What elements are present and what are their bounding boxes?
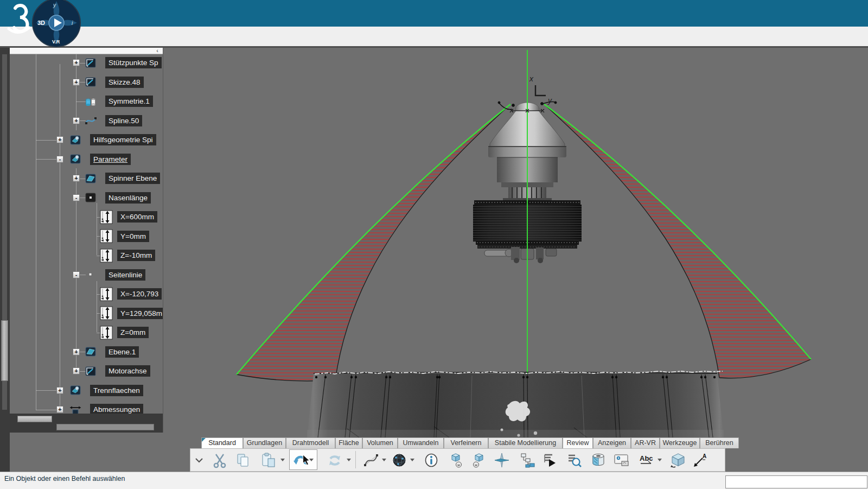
mesh-sphere-icon[interactable]: [391, 452, 408, 469]
search-list-icon[interactable]: [565, 452, 583, 469]
tree-item-trennflaechen[interactable]: Trennflaechen: [90, 385, 143, 396]
action-tab-umwandeln[interactable]: Umwandeln: [398, 437, 444, 448]
redo-dropdown-icon[interactable]: [347, 459, 351, 461]
list-play-icon[interactable]: [541, 452, 558, 469]
action-tab-drahtmodell[interactable]: Drahtmodell: [286, 437, 335, 448]
action-tab-stabile-modellierung[interactable]: Stabile Modellierung: [488, 437, 563, 448]
horizontal-scrollbar-thumb-secondary[interactable]: [56, 424, 154, 430]
text-annotation-icon[interactable]: Abc: [638, 452, 655, 469]
svg-text:Abc: Abc: [640, 454, 653, 462]
cowling-model[interactable]: [307, 371, 724, 437]
tree-connector: [36, 140, 58, 141]
command-input[interactable]: [725, 475, 867, 488]
tree-item-z-10mm[interactable]: Z=-10mm: [117, 250, 155, 261]
redo-icon[interactable]: [326, 452, 343, 469]
svg-text:y: y: [53, 2, 56, 8]
curve-icon[interactable]: [362, 452, 380, 469]
tree-expander-trennflaechen[interactable]: +: [56, 387, 63, 394]
horizontal-scrollbar-thumb[interactable]: [17, 416, 52, 422]
dim-icon: [99, 326, 113, 342]
tree-item-symmetrie-1[interactable]: Symmetrie.1: [105, 96, 153, 107]
sketch-icon: [85, 365, 97, 379]
status-message: Ein Objekt oder einen Befehl auswählen: [4, 475, 125, 482]
measure-icon[interactable]: A: [691, 452, 709, 469]
tree-expander-spline-50[interactable]: +: [73, 117, 80, 124]
model-tree-panel[interactable]: +Stützpunkte Sp+Skizze.48Symmetrie.1+Spl…: [0, 48, 163, 433]
plane-icon: [85, 173, 97, 187]
action-tab-verfeinern[interactable]: Verfeinern: [444, 437, 488, 448]
tree-expander-abmessungen[interactable]: +: [56, 406, 63, 413]
action-tab-ar-vr[interactable]: AR-VR: [631, 437, 660, 448]
tree-item-parameter[interactable]: Parameter: [90, 154, 131, 165]
action-tab-ber-hren[interactable]: Berühren: [700, 437, 739, 448]
tree-item-z-0mm[interactable]: Z=0mm: [117, 327, 149, 338]
axis-x-label: x: [529, 74, 534, 83]
tree-expander-st-tzpunkte-sp[interactable]: +: [73, 59, 80, 66]
tree-item-seitenlinie[interactable]: Seitenlinie: [105, 269, 145, 281]
3dexperience-compass-icon[interactable]: 3D V.R y i: [31, 0, 81, 48]
tree-expander-seitenlinie[interactable]: -: [73, 271, 80, 278]
tree-item-spline-50[interactable]: Spline.50: [105, 115, 142, 126]
tree-connector: [36, 390, 58, 391]
action-tab-grundlagen[interactable]: Grundlagen: [243, 437, 286, 448]
action-tab-anzeigen[interactable]: Anzeigen: [593, 437, 631, 448]
action-tab-volumen[interactable]: Volumen: [362, 437, 398, 448]
cursor-arrow-icon: [303, 455, 310, 468]
instantiate-cube-alt-icon[interactable]: [470, 452, 488, 469]
tree-item-x-600mm[interactable]: X=600mm: [117, 211, 157, 223]
dassault-3ds-logo-icon[interactable]: [7, 2, 31, 36]
instantiate-cube-icon[interactable]: [447, 452, 464, 469]
tree-item-st-tzpunkte-sp[interactable]: Stützpunkte Sp: [105, 57, 162, 68]
tree-item-y-0mm[interactable]: Y=0mm: [117, 231, 149, 242]
spline-icon: [85, 115, 97, 129]
vertical-scrollbar-thumb[interactable]: [1, 320, 8, 381]
toolbar-separator: [355, 451, 356, 468]
tree-item-motorachse[interactable]: Motorachse: [105, 365, 150, 377]
sketch-icon: [85, 57, 97, 71]
tree-connector: [36, 410, 58, 410]
tree-expander-spinner-ebene[interactable]: +: [73, 175, 80, 182]
screen-display-icon[interactable]: [612, 452, 630, 469]
compass-star-icon[interactable]: [493, 452, 510, 469]
tree-expander-ebene-1[interactable]: +: [73, 348, 80, 355]
paste-dropdown-icon[interactable]: [280, 459, 285, 461]
tree-expander-motorachse[interactable]: +: [73, 367, 80, 374]
tree-guide-line: [97, 203, 97, 255]
curve-dropdown-icon[interactable]: [382, 459, 386, 461]
paste-icon[interactable]: [260, 452, 277, 469]
tree-item-y-129-058m[interactable]: Y=129,058m: [117, 308, 163, 319]
glass-cube-icon[interactable]: [669, 452, 687, 469]
pointdot-icon: [85, 269, 97, 283]
structure-tree-icon[interactable]: [519, 452, 537, 469]
mesh-sphere-dropdown-icon[interactable]: [410, 459, 414, 461]
tree-item-ebene-1[interactable]: Ebene.1: [105, 346, 139, 358]
toolbar-expand-icon[interactable]: [190, 452, 208, 469]
tree-expander-hilfsgeometrie-spi[interactable]: +: [56, 136, 63, 143]
tree-panel-header[interactable]: ‹: [10, 48, 163, 54]
application-window: x y +Stützpunkte Sp+Skizze.48Symmetrie.1…: [0, 0, 868, 489]
action-tab-review[interactable]: Review: [563, 437, 593, 448]
tree-expander-parameter[interactable]: -: [56, 156, 63, 163]
tree-item-hilfsgeometrie-spi[interactable]: Hilfsgeometrie Spi: [90, 134, 156, 145]
cut-icon[interactable]: [211, 452, 228, 469]
tree-item-skizze-48[interactable]: Skizze.48: [105, 77, 144, 88]
axis-y-label: y: [547, 96, 552, 105]
svg-text:A: A: [703, 453, 706, 459]
tree-expander-skizze-48[interactable]: +: [73, 79, 80, 86]
action-tab-standard[interactable]: Standard: [201, 437, 243, 448]
geoset-icon: [69, 153, 81, 167]
action-tab-fl-che[interactable]: Fläche: [335, 437, 362, 448]
tree-item-nasenl-nge[interactable]: Nasenlänge: [105, 192, 151, 204]
info-icon[interactable]: [423, 452, 440, 469]
tree-item-spinner-ebene[interactable]: Spinner Ebene: [105, 173, 160, 184]
tree-item-x-120-793[interactable]: X=-120,793: [117, 288, 162, 300]
dim-icon: [99, 306, 113, 322]
svg-text:3D: 3D: [37, 20, 45, 26]
copy-icon[interactable]: [234, 452, 252, 469]
symmetry-icon: [85, 96, 97, 110]
tree-expander-nasenl-nge[interactable]: -: [73, 194, 80, 201]
tree-collapse-icon[interactable]: ‹: [156, 47, 158, 54]
action-tab-werkzeuge[interactable]: Werkzeuge: [660, 437, 700, 448]
section-view-icon[interactable]: [590, 452, 607, 469]
text-annotation-dropdown-icon[interactable]: [658, 459, 662, 461]
